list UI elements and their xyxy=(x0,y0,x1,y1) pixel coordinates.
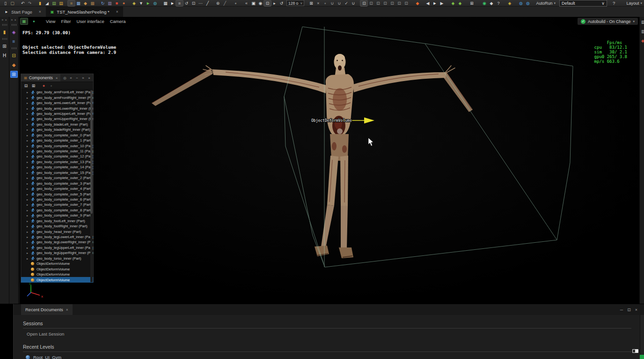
snap-pivot-icon[interactable]: ∘ xyxy=(322,0,329,6)
expander-icon[interactable]: ▸ xyxy=(27,134,31,137)
trackview-icon[interactable]: H xyxy=(1,52,8,59)
tree-item[interactable]: ▸ geo_body_armFrontLeft_inner (Part) xyxy=(21,90,93,95)
layer-tool-6-icon[interactable]: ⊡ xyxy=(395,0,402,6)
close-panel-icon[interactable]: × xyxy=(635,307,637,312)
expander-icon[interactable]: ▸ xyxy=(27,150,31,153)
tab-recent-documents[interactable]: Recent Documents × xyxy=(21,304,73,315)
tree-item[interactable]: ▸ geo_body_armLowerLeft_inner (Part) xyxy=(21,100,93,105)
tree-item[interactable]: ▸ geo_body_complete_outer_12 (Part) xyxy=(21,154,93,159)
layout-dropdown[interactable]: Layout ▾ xyxy=(626,1,642,6)
expander-icon[interactable]: ▸ xyxy=(27,155,31,158)
export-asset-icon[interactable]: ▤ xyxy=(58,0,65,6)
tree-item[interactable]: ▸ geo_body_complete_outer_4 (Part) xyxy=(21,186,93,191)
rotate-ccw-icon[interactable]: ↺ xyxy=(278,0,285,6)
link-icon[interactable]: ∘ xyxy=(49,83,54,88)
gear-icon[interactable]: ⊛ xyxy=(214,0,221,6)
engine-b-icon[interactable]: ◍ xyxy=(524,0,531,6)
tree-item[interactable]: ObjectDeformVolume xyxy=(21,272,93,277)
tree-item[interactable]: ▸ geo_body_complete_outer_3 (Part) xyxy=(21,180,93,186)
expander-icon[interactable]: ▸ xyxy=(27,209,31,212)
magnet-icon[interactable]: ∪ xyxy=(350,0,357,6)
tab-tst-newslasherpeeling[interactable]: ▣TST_NewSlasherPeeling *× xyxy=(46,7,123,17)
expander-icon[interactable]: ▸ xyxy=(27,193,31,196)
layer-tool-5-icon[interactable]: ⊡ xyxy=(388,0,395,6)
expander-icon[interactable]: ▸ xyxy=(27,230,31,233)
tree-item[interactable]: ▸ geo_body_complete_outer_11 (Part) xyxy=(21,149,93,154)
tree-item[interactable]: ObjectDeformVolume xyxy=(21,261,93,266)
tree-item[interactable]: ObjectDeformVolume xyxy=(21,266,93,271)
actor-icon[interactable]: ◉ xyxy=(257,0,264,6)
material-icon[interactable]: ● xyxy=(120,0,127,6)
minimize-icon[interactable]: − xyxy=(75,76,79,80)
expander-icon[interactable]: ▸ xyxy=(27,182,31,185)
tree-item[interactable]: ▸ geo_body_footLeft_inner (Part) xyxy=(21,218,93,224)
tools-icon[interactable]: ◢ xyxy=(44,0,51,6)
autobuild-dropdown[interactable]: ✓ Autobuild - On Change ▾ xyxy=(578,18,638,25)
expander-icon[interactable]: ▸ xyxy=(27,165,31,169)
shield-icon[interactable]: ◆ xyxy=(488,0,495,6)
more-icon[interactable]: ⋯ xyxy=(197,0,204,6)
viewport[interactable]: ObjectDeformVolume y x ▦● ViewFilterUser… xyxy=(20,17,639,304)
collapse-all-icon[interactable]: ⊟ xyxy=(23,83,29,88)
brush-icon[interactable]: ◆ xyxy=(82,0,89,6)
layer-tool-2-icon[interactable]: ⊡ xyxy=(367,0,374,6)
expander-icon[interactable]: ▸ xyxy=(27,198,31,201)
close-icon[interactable]: × xyxy=(39,9,41,14)
tree-item[interactable]: ▸ geo_body_footRight_inner (Part) xyxy=(21,224,93,229)
expander-icon[interactable]: ▸ xyxy=(27,214,31,217)
expander-icon[interactable]: ▸ xyxy=(27,128,31,131)
expander-icon[interactable]: ▸ xyxy=(27,176,31,180)
clipped-panel-c-icon[interactable]: ◆ xyxy=(641,38,644,43)
recent-level-item[interactable]: Root_UI_Gym xyxy=(26,355,637,359)
expander-icon[interactable]: ▸ xyxy=(27,246,31,249)
autorun-dropdown[interactable]: AutoRun ▾ xyxy=(536,1,556,6)
layers-icon[interactable]: ▩ xyxy=(89,0,96,6)
layer-tool-4-icon[interactable]: ⊡ xyxy=(381,0,388,6)
select-cursor-icon[interactable]: ► xyxy=(169,0,176,6)
tree-item[interactable]: ▸ geo_body_complete_outer_1 (Part) xyxy=(21,138,93,143)
clipped-panel-b-icon[interactable]: ▥ xyxy=(641,29,644,34)
measure-icon[interactable]: ╱ xyxy=(204,0,211,6)
new-document-icon[interactable]: ▯ xyxy=(2,0,9,6)
scroll-left-icon[interactable]: « xyxy=(69,76,73,80)
dock-pin-icon[interactable]: ◎ xyxy=(63,76,67,80)
filter-funnel-icon[interactable]: ▼ xyxy=(138,0,145,6)
tree-item[interactable]: ▸ geo_body_legUpperLeft_inner (Part) xyxy=(21,245,93,250)
pick-icon[interactable]: ► xyxy=(431,0,438,6)
globe-icon[interactable]: ◍ xyxy=(152,0,159,6)
expander-icon[interactable]: ▸ xyxy=(27,96,31,99)
hierarchy-icon[interactable]: ⊟ xyxy=(10,52,18,59)
expand-all-icon[interactable]: ⊞ xyxy=(31,83,36,88)
debug-icon[interactable]: ● xyxy=(30,18,37,24)
expander-icon[interactable]: ▸ xyxy=(27,251,31,254)
tree-item[interactable]: ▸ geo_body_head_inner (Part) xyxy=(21,229,93,234)
select-box-icon[interactable]: ⊡ xyxy=(264,0,271,6)
snap-vertex-icon[interactable]: ⊠ xyxy=(307,0,315,6)
palette-icon[interactable]: ◈ xyxy=(506,0,513,6)
tree-item[interactable]: ▸ geo_body_complete_outer_5 (Part) xyxy=(21,191,93,196)
expander-icon[interactable]: ▸ xyxy=(27,101,31,105)
display-icon[interactable]: ▥ xyxy=(106,0,113,6)
move-tool-icon[interactable]: ▣ xyxy=(250,0,257,6)
components-tool-icon[interactable]: ⊞ xyxy=(10,71,18,78)
help-button[interactable]: ? xyxy=(613,0,615,6)
layer-tool-7-icon[interactable]: ⊡ xyxy=(402,0,410,6)
expander-icon[interactable]: ▸ xyxy=(27,112,31,115)
tree-item[interactable]: ▸ geo_body_complete_outer_0 (Part) xyxy=(21,133,93,138)
close-icon[interactable]: × xyxy=(66,307,68,312)
tree-item[interactable]: ▸ geo_body_legLowerRight_inner (Part) xyxy=(21,239,93,245)
expander-icon[interactable]: ▸ xyxy=(27,90,31,94)
components-tab[interactable]: ⊞ Components × xyxy=(21,74,60,82)
tree-item[interactable]: ▸ geo_body_complete_outer_10 (Part) xyxy=(21,143,93,148)
layer-tool-3-icon[interactable]: ⊡ xyxy=(374,0,381,6)
tree-item[interactable]: ▸ geo_body_complete_outer_13 (Part) xyxy=(21,159,93,165)
expander-icon[interactable]: ▸ xyxy=(27,240,31,244)
sync-icon[interactable]: ↻ xyxy=(99,0,106,6)
next-icon[interactable]: ▶ xyxy=(438,0,445,6)
expander-icon[interactable]: ▸ xyxy=(27,123,31,126)
session-item[interactable]: Open Last Session xyxy=(27,331,637,337)
tree-item[interactable]: ▸ geo_body_armUpperRight_inner (Part) xyxy=(21,116,93,121)
grid-snap-dropdown[interactable]: 128 o ∨ xyxy=(286,0,304,6)
tree-item[interactable]: ▸ geo_body_legUpperRight_inner (Part) xyxy=(21,250,93,255)
flame-icon[interactable]: ◆ xyxy=(414,0,421,6)
